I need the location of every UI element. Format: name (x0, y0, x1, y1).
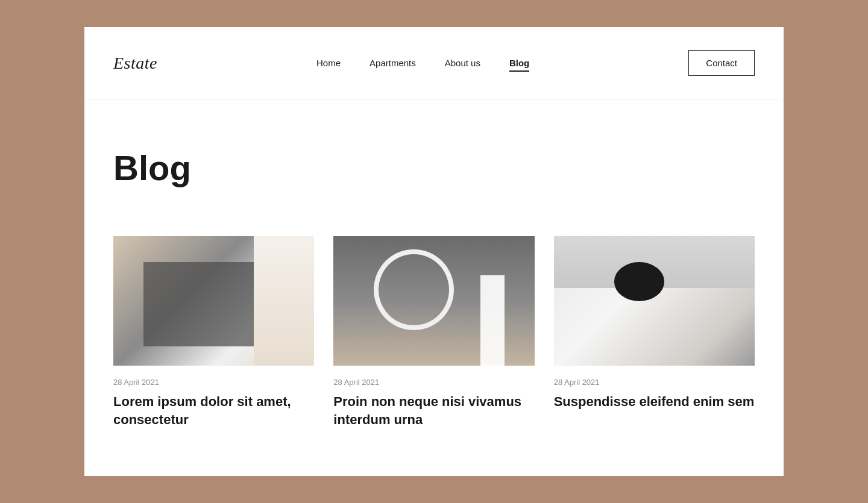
logo-text: Estate (113, 54, 157, 72)
nav-item-blog[interactable]: Blog (509, 58, 529, 68)
blog-title: Suspendisse eleifend enim sem (554, 393, 755, 411)
blog-date: 28 April 2021 (554, 378, 755, 387)
blog-card: 28 April 2021 Proin non neque nisi vivam… (333, 236, 534, 428)
main-content: Blog 28 April 2021 Lorem ipsum dolor sit… (84, 148, 784, 428)
contact-button[interactable]: Contact (688, 50, 755, 76)
blog-card: 28 April 2021 Lorem ipsum dolor sit amet… (113, 236, 314, 428)
nav-item-apartments[interactable]: Apartments (370, 58, 416, 68)
header: Estate Home Apartments About us Blog Con… (84, 27, 784, 99)
page-title: Blog (113, 148, 755, 188)
blog-image-1 (113, 236, 314, 366)
blog-image-2 (333, 236, 534, 366)
nav-item-home[interactable]: Home (316, 58, 341, 68)
blog-date: 28 April 2021 (113, 378, 314, 387)
blog-date: 28 April 2021 (333, 378, 534, 387)
nav-item-about[interactable]: About us (445, 58, 480, 68)
blog-image-3 (554, 236, 755, 366)
main-nav: Home Apartments About us Blog (316, 58, 529, 68)
blog-title: Lorem ipsum dolor sit amet, consectetur (113, 393, 314, 428)
blog-title: Proin non neque nisi vivamus interdum ur… (333, 393, 534, 428)
site-logo[interactable]: Estate (113, 54, 157, 73)
page-container: Estate Home Apartments About us Blog Con… (84, 27, 784, 476)
blog-card: 28 April 2021 Suspendisse eleifend enim … (554, 236, 755, 428)
blog-grid: 28 April 2021 Lorem ipsum dolor sit amet… (113, 236, 755, 428)
